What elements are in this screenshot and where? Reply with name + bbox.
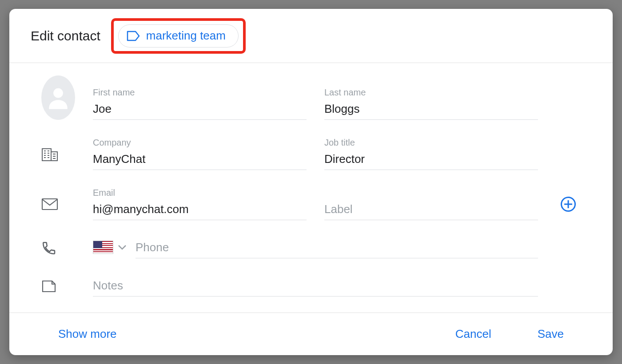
notes-row: [41, 276, 581, 297]
notes-input[interactable]: [93, 276, 538, 297]
phone-country-picker[interactable]: [93, 241, 127, 258]
company-input[interactable]: [93, 150, 307, 170]
label-chip-highlight-box: marketing team: [111, 18, 246, 54]
email-label-field-container: .: [324, 188, 538, 220]
dialog-header: Edit contact marketing team: [9, 9, 613, 63]
dialog-footer: Show more Cancel Save: [9, 313, 613, 355]
email-input[interactable]: [93, 200, 307, 220]
job-title-input[interactable]: [324, 150, 538, 170]
email-field-container: Email: [93, 188, 307, 220]
last-name-input[interactable]: [324, 99, 538, 120]
contact-label-chip[interactable]: marketing team: [118, 24, 239, 47]
phone-row: [41, 238, 581, 258]
phone-icon: [41, 241, 56, 256]
first-name-label: First name: [93, 87, 307, 98]
company-label: Company: [93, 138, 307, 148]
name-row: First name Last name: [41, 75, 581, 120]
email-envelope-icon: [41, 198, 58, 211]
last-name-label: Last name: [324, 87, 538, 98]
company-row: Company Job title: [41, 138, 581, 170]
job-title-label: Job title: [324, 138, 538, 148]
first-name-input[interactable]: [93, 99, 307, 120]
show-more-button[interactable]: Show more: [51, 324, 124, 344]
email-label-input[interactable]: [324, 200, 538, 220]
add-email-button[interactable]: [561, 197, 576, 212]
flag-us-icon: [93, 241, 113, 254]
notes-page-icon: [41, 279, 56, 293]
edit-contact-dialog: Edit contact marketing team: [9, 9, 613, 355]
company-building-icon: [41, 146, 58, 162]
svg-rect-1: [42, 149, 51, 161]
cancel-button[interactable]: Cancel: [448, 324, 498, 344]
first-name-field-container: First name: [93, 87, 307, 120]
notes-field-container: [93, 276, 538, 297]
chevron-down-icon: [118, 245, 127, 250]
svg-point-0: [53, 88, 63, 98]
phone-input[interactable]: [136, 238, 538, 258]
dialog-backdrop: Edit contact marketing team: [0, 0, 622, 364]
save-button[interactable]: Save: [530, 324, 571, 344]
avatar-placeholder-icon[interactable]: [41, 75, 75, 120]
contact-label-chip-text: marketing team: [146, 29, 226, 43]
dialog-body: First name Last name: [9, 63, 613, 313]
email-label: Email: [93, 188, 307, 198]
last-name-field-container: Last name: [324, 87, 538, 120]
email-row: Email .: [41, 188, 581, 220]
job-title-field-container: Job title: [324, 138, 538, 170]
phone-field-container: [136, 238, 538, 258]
dialog-title: Edit contact: [31, 28, 100, 44]
plus-icon: [564, 200, 572, 208]
company-field-container: Company: [93, 138, 307, 170]
label-tag-icon: [127, 31, 140, 41]
